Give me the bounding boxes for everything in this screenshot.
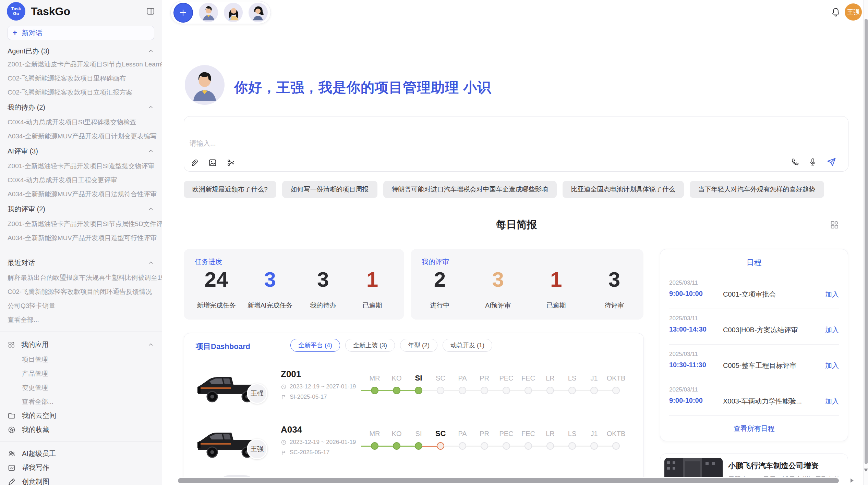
agent-avatar-1[interactable]	[199, 3, 218, 22]
chevron-up-icon[interactable]	[147, 259, 154, 266]
sidebar-task-item[interactable]: A034-全新新能源MUV产品开发项目计划变更表编写	[0, 129, 162, 143]
join-link[interactable]: 加入	[825, 397, 839, 406]
section-header[interactable]: 我的评审 (2)	[0, 201, 162, 217]
section-recent-chats: 最近对话 解释最新出台的欧盟报废车法规再生塑料比例被调至15%...C02-飞腾…	[0, 255, 162, 327]
new-chat-button[interactable]: + 新对话	[8, 26, 154, 40]
chevron-up-icon[interactable]	[147, 148, 154, 154]
milestone-dot	[568, 442, 576, 450]
chevron-up-icon[interactable]	[147, 341, 154, 348]
horizontal-scrollbar[interactable]	[177, 477, 863, 485]
section-title: 最近对话	[8, 258, 147, 268]
stat-value: 1	[366, 269, 378, 290]
add-agent-button[interactable]	[173, 3, 193, 23]
project-owner-badge: 王强	[247, 383, 267, 404]
sidebar-task-item[interactable]: Z001-全新燃油轻卡产品开发项目SI造型提交物评审	[0, 159, 162, 173]
section-title: 我的评审 (2)	[8, 204, 147, 214]
dashboard-tab[interactable]: 全新上装 (3)	[345, 339, 395, 352]
schedule-item[interactable]: 2025/03/11 13:00-14:30 C003|H0B-方案冻结评审 加…	[669, 309, 839, 345]
schedule-card: 日程 2025/03/11 9:00-10:00 C001-立项审批会 加入 2…	[660, 249, 848, 441]
sidebar-item-cloud-space[interactable]: 我的云空间	[0, 409, 162, 423]
milestone-label: PA	[458, 374, 467, 383]
sidebar-task-item[interactable]: A034-全新新能源MUV产品开发项目法规符合性评审	[0, 187, 162, 201]
phone-call-icon[interactable]	[791, 158, 799, 166]
sidebar-task-item[interactable]: Z001-全新燃油皮卡产品开发项目SI节点Lesson Learn报告	[0, 57, 162, 71]
chevron-up-icon[interactable]	[147, 48, 154, 54]
sidebar-item-ai-employee[interactable]: AI超级员工	[0, 447, 162, 461]
schedule-name: C003|H0B-方案冻结评审	[723, 325, 798, 335]
user-avatar[interactable]: 王强	[845, 3, 862, 21]
section-header[interactable]: 我的待办 (2)	[0, 99, 162, 115]
scroll-down-arrow-icon[interactable]	[864, 469, 868, 472]
schedule-item[interactable]: 2025/03/11 10:30-11:30 C005-整车工程目标评审 加入	[669, 345, 839, 380]
stats-row: 24 新增完成任务 3 新增AI完成任务 3 我的待办 1 已逾期	[184, 269, 404, 310]
milestone-label: PA	[458, 429, 467, 438]
sidebar-item-creative-draw[interactable]: 创意制图	[0, 475, 162, 485]
apps-view-all[interactable]: 查看全部...	[0, 395, 162, 409]
sidebar-task-item[interactable]: C0X4-动力总成开发项目SI里程碑提交物检查	[0, 115, 162, 129]
recent-view-all[interactable]: 查看全部...	[0, 313, 162, 327]
app-item[interactable]: 变更管理	[0, 381, 162, 395]
sidebar-chat-item[interactable]: 解释最新出台的欧盟报废车法规再生塑料比例被调至15%...	[0, 271, 162, 285]
chevron-up-icon[interactable]	[147, 104, 154, 111]
dashboard-tab[interactable]: 动总开发 (1)	[443, 339, 492, 352]
news-title: 小鹏飞行汽车制造公司增资	[728, 461, 819, 471]
agent-avatar-2[interactable]	[224, 3, 243, 22]
dashboard-tab[interactable]: 全新平台 (4)	[290, 339, 340, 352]
sidebar-item-help-write[interactable]: 帮我写作	[0, 461, 162, 475]
agent-avatar-3[interactable]	[249, 3, 268, 22]
divider	[0, 250, 162, 250]
microphone-icon[interactable]	[808, 158, 817, 166]
app-item[interactable]: 产品管理	[0, 366, 162, 381]
sidebar-chat-item[interactable]: C02-飞腾新能源轻客改款项目的闭环通告反馈情况	[0, 285, 162, 299]
suggestion-chip[interactable]: 当下年轻人对汽车外观有怎样的喜好趋势	[690, 181, 824, 198]
suggestion-chip[interactable]: 欧洲新规最近颁布了什么?	[184, 181, 276, 198]
my-apps-header[interactable]: 我的应用	[0, 337, 162, 352]
join-link[interactable]: 加入	[825, 325, 839, 335]
horizontal-scrollbar-thumb[interactable]	[178, 478, 839, 483]
schedule-item[interactable]: 2025/03/11 9:00-10:00 X003-车辆动力学性能验... 加…	[669, 380, 839, 416]
app-item[interactable]: 项目管理	[0, 352, 162, 366]
join-link[interactable]: 加入	[825, 290, 839, 299]
project-row-z001[interactable]: 王强 Z001 2023-12-19 ~ 2027-01-19 SI-2025-…	[184, 366, 643, 418]
sidebar-task-item[interactable]: C02-飞腾新能源轻客改款项目立项汇报方案	[0, 85, 162, 99]
sidebar-task-item[interactable]: Z001-全新燃油轻卡产品开发项目SI节点属性5D文件评审	[0, 217, 162, 231]
section-agent-done: Agent已办 (3) Z001-全新燃油皮卡产品开发项目SI节点Lesson …	[0, 45, 162, 99]
dashboard-tab[interactable]: 年型 (2)	[400, 339, 437, 352]
schedule-view-all[interactable]: 查看所有日程	[660, 424, 848, 433]
sidebar-task-item[interactable]: A034-全新新能源MUV产品开发项目造型可行性评审	[0, 231, 162, 245]
vertical-scrollbar-thumb[interactable]	[865, 19, 868, 464]
scissors-icon[interactable]	[227, 158, 236, 167]
card-title: 我的评审	[422, 257, 449, 266]
image-icon[interactable]	[208, 158, 217, 167]
collapse-sidebar-icon[interactable]	[146, 7, 155, 16]
suggestion-chip[interactable]: 比亚迪全固态电池计划具体说了什么	[563, 181, 684, 198]
briefing-layout-icon[interactable]	[830, 220, 839, 229]
join-link[interactable]: 加入	[825, 361, 839, 370]
app-logo: Task Go	[7, 2, 25, 21]
sidebar-chat-item[interactable]: 公司Q3轻卡销量	[0, 299, 162, 313]
notifications-bell-icon[interactable]	[831, 7, 841, 17]
schedule-time: 9:00-10:00	[669, 397, 703, 405]
milestone-label: PEC	[499, 429, 513, 438]
suggestion-chip[interactable]: 如何写一份清晰的项目周报	[282, 181, 377, 198]
milestone-track: MRKOSISCPAPRPECFECLRLSJ1OKTB	[364, 374, 627, 401]
section-header[interactable]: AI评审 (3)	[0, 143, 162, 159]
stat-label: 我的待办	[310, 301, 336, 310]
section-header[interactable]: 最近对话	[0, 255, 162, 271]
vertical-scrollbar[interactable]	[863, 0, 868, 485]
milestone: LR	[539, 374, 561, 401]
schedule-item[interactable]: 2025/03/11 9:00-10:00 C001-立项审批会 加入	[669, 273, 839, 309]
suggestion-chip[interactable]: 特朗普可能对进口汽车增税会对中国车企造成哪些影响	[383, 181, 557, 198]
schedule-time: 10:30-11:30	[669, 361, 706, 369]
sidebar-item-favorites[interactable]: 我的收藏	[0, 423, 162, 437]
sidebar-task-item[interactable]: C0X4-动力总成开发项目工程变更评审	[0, 173, 162, 187]
paperclip-icon[interactable]	[190, 158, 198, 167]
section-header[interactable]: Agent已办 (3)	[0, 45, 162, 57]
chat-input[interactable]	[190, 136, 601, 150]
project-row-a034[interactable]: 王强 A034 2023-12-19 ~ 2026-01-19 SC-2025-…	[184, 422, 643, 473]
send-icon[interactable]	[826, 157, 836, 167]
scroll-right-arrow-icon[interactable]	[851, 478, 854, 483]
chevron-up-icon[interactable]	[147, 206, 154, 212]
sidebar-task-item[interactable]: C02-飞腾新能源轻客改款项目里程碑画布	[0, 71, 162, 85]
milestone: KO	[386, 429, 408, 457]
